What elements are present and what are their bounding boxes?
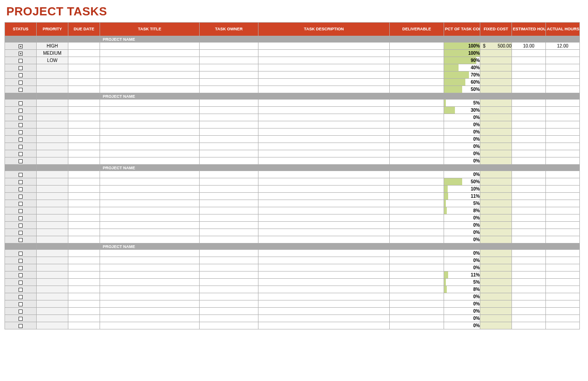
pct-complete-cell[interactable]: 0% (444, 136, 480, 143)
deliverable-cell[interactable] (390, 143, 444, 150)
task-title-cell[interactable] (100, 207, 200, 214)
estimated-hours-cell[interactable] (512, 186, 546, 193)
checkbox-icon[interactable] (19, 138, 23, 142)
due-date-cell[interactable] (68, 114, 100, 121)
priority-cell[interactable] (37, 200, 68, 207)
task-description-cell[interactable] (258, 271, 390, 279)
checkbox-icon[interactable]: × (19, 52, 23, 56)
due-date-cell[interactable] (68, 157, 100, 165)
task-owner-cell[interactable] (200, 322, 258, 329)
priority-cell[interactable] (37, 129, 68, 136)
actual-hours-cell[interactable] (546, 129, 580, 136)
pct-complete-cell[interactable]: 70% (444, 71, 480, 79)
deliverable-cell[interactable] (390, 193, 444, 200)
checkbox-icon[interactable] (19, 59, 23, 63)
status-cell[interactable] (5, 293, 37, 300)
fixed-cost-cell[interactable] (480, 300, 512, 308)
status-cell[interactable] (5, 121, 37, 129)
status-cell[interactable] (5, 322, 37, 329)
task-description-cell[interactable] (258, 50, 390, 57)
estimated-hours-cell[interactable] (512, 129, 546, 136)
checkbox-icon[interactable] (19, 216, 23, 220)
due-date-cell[interactable] (68, 57, 100, 64)
task-description-cell[interactable] (258, 315, 390, 322)
estimated-hours-cell[interactable] (512, 308, 546, 315)
status-cell[interactable] (5, 250, 37, 257)
task-title-cell[interactable] (100, 71, 200, 79)
pct-complete-cell[interactable]: 5% (444, 279, 480, 286)
task-title-cell[interactable] (100, 193, 200, 200)
due-date-cell[interactable] (68, 279, 100, 286)
pct-complete-cell[interactable]: 50% (444, 86, 480, 93)
estimated-hours-cell[interactable] (512, 50, 546, 57)
actual-hours-cell[interactable] (546, 121, 580, 129)
estimated-hours-cell[interactable] (512, 271, 546, 279)
task-owner-cell[interactable] (200, 43, 258, 50)
pct-complete-cell[interactable]: 0% (444, 150, 480, 157)
priority-cell[interactable] (37, 157, 68, 165)
task-description-cell[interactable] (258, 150, 390, 157)
task-description-cell[interactable] (258, 257, 390, 264)
task-description-cell[interactable] (258, 107, 390, 114)
task-title-cell[interactable] (100, 171, 200, 178)
status-cell[interactable] (5, 214, 37, 222)
estimated-hours-cell[interactable] (512, 57, 546, 64)
task-owner-cell[interactable] (200, 100, 258, 107)
due-date-cell[interactable] (68, 315, 100, 322)
estimated-hours-cell[interactable] (512, 293, 546, 300)
due-date-cell[interactable] (68, 121, 100, 129)
priority-cell[interactable] (37, 71, 68, 79)
actual-hours-cell[interactable] (546, 100, 580, 107)
checkbox-icon[interactable] (19, 81, 23, 85)
task-title-cell[interactable] (100, 308, 200, 315)
task-description-cell[interactable] (258, 71, 390, 79)
task-owner-cell[interactable] (200, 315, 258, 322)
status-cell[interactable] (5, 264, 37, 271)
due-date-cell[interactable] (68, 150, 100, 157)
task-title-cell[interactable] (100, 279, 200, 286)
status-cell[interactable] (5, 271, 37, 279)
deliverable-cell[interactable] (390, 100, 444, 107)
actual-hours-cell[interactable] (546, 222, 580, 229)
status-cell[interactable] (5, 308, 37, 315)
status-cell[interactable] (5, 279, 37, 286)
pct-complete-cell[interactable]: 90% (444, 57, 480, 64)
deliverable-cell[interactable] (390, 322, 444, 329)
due-date-cell[interactable] (68, 171, 100, 178)
checkbox-icon[interactable] (19, 173, 23, 177)
priority-cell[interactable] (37, 193, 68, 200)
deliverable-cell[interactable] (390, 214, 444, 222)
checkbox-icon[interactable] (19, 145, 23, 149)
due-date-cell[interactable] (68, 186, 100, 193)
priority-cell[interactable] (37, 150, 68, 157)
task-title-cell[interactable] (100, 236, 200, 243)
task-title-cell[interactable] (100, 50, 200, 57)
pct-complete-cell[interactable]: 0% (444, 171, 480, 178)
status-cell[interactable] (5, 193, 37, 200)
checkbox-icon[interactable] (19, 273, 23, 277)
due-date-cell[interactable] (68, 207, 100, 214)
task-title-cell[interactable] (100, 150, 200, 157)
estimated-hours-cell[interactable] (512, 222, 546, 229)
task-description-cell[interactable] (258, 57, 390, 64)
actual-hours-cell[interactable] (546, 286, 580, 293)
task-owner-cell[interactable] (200, 157, 258, 165)
priority-cell[interactable] (37, 107, 68, 114)
estimated-hours-cell[interactable] (512, 279, 546, 286)
checkbox-icon[interactable] (19, 101, 23, 105)
task-description-cell[interactable] (258, 322, 390, 329)
task-title-cell[interactable] (100, 271, 200, 279)
task-description-cell[interactable] (258, 279, 390, 286)
due-date-cell[interactable] (68, 308, 100, 315)
fixed-cost-cell[interactable] (480, 279, 512, 286)
task-title-cell[interactable] (100, 322, 200, 329)
checkbox-icon[interactable] (19, 266, 23, 270)
task-description-cell[interactable] (258, 286, 390, 293)
status-cell[interactable] (5, 171, 37, 178)
estimated-hours-cell[interactable] (512, 79, 546, 86)
deliverable-cell[interactable] (390, 50, 444, 57)
task-title-cell[interactable] (100, 250, 200, 257)
task-title-cell[interactable] (100, 257, 200, 264)
status-cell[interactable] (5, 150, 37, 157)
checkbox-icon[interactable] (19, 209, 23, 213)
